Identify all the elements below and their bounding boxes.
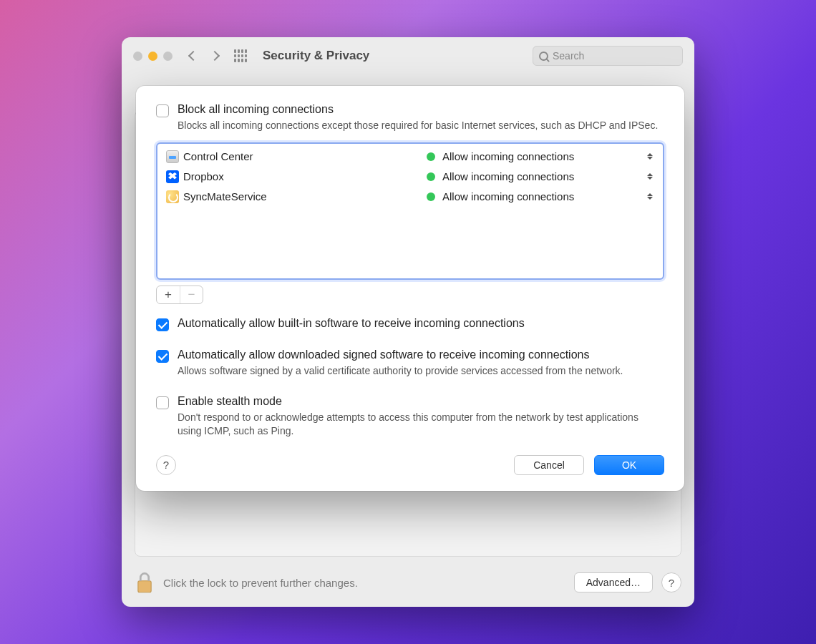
block-all-option: Block all incoming connections Blocks al… bbox=[156, 103, 664, 132]
stealth-desc: Don't respond to or acknowledge attempts… bbox=[178, 411, 664, 438]
nav-arrows bbox=[190, 52, 218, 59]
close-window-button[interactable] bbox=[133, 52, 142, 61]
app-row[interactable]: SyncMateServiceAllow incoming connection… bbox=[157, 187, 663, 207]
block-all-checkbox[interactable] bbox=[156, 104, 169, 117]
minimize-window-button[interactable] bbox=[148, 52, 157, 61]
stealth-checkbox[interactable] bbox=[156, 396, 169, 409]
advanced-button[interactable]: Advanced… bbox=[574, 572, 653, 592]
app-list[interactable]: Control CenterAllow incoming connections… bbox=[156, 142, 664, 280]
block-all-title: Block all incoming connections bbox=[178, 103, 664, 116]
auto-signed-checkbox[interactable] bbox=[156, 350, 169, 363]
auto-builtin-option: Automatically allow built-in software to… bbox=[156, 317, 664, 331]
auto-signed-title: Automatically allow downloaded signed so… bbox=[178, 348, 664, 361]
remove-app-button[interactable]: − bbox=[180, 286, 203, 303]
auto-signed-desc: Allows software signed by a valid certif… bbox=[178, 364, 664, 378]
titlebar: Security & Privacy Search bbox=[122, 37, 694, 74]
auto-builtin-title: Automatically allow built-in software to… bbox=[178, 317, 664, 330]
help-button[interactable]: ? bbox=[661, 572, 681, 592]
app-row[interactable]: DropboxAllow incoming connections bbox=[157, 167, 663, 187]
stealth-option: Enable stealth mode Don't respond to or … bbox=[156, 395, 664, 438]
dialog-footer: ? Cancel OK bbox=[156, 455, 664, 475]
lock-icon[interactable] bbox=[135, 571, 155, 594]
app-status: Allow incoming connections bbox=[442, 170, 647, 182]
zoom-window-button[interactable] bbox=[163, 52, 173, 61]
bottom-row: Click the lock to prevent further change… bbox=[135, 571, 681, 594]
window-title: Security & Privacy bbox=[263, 49, 369, 63]
firewall-options-dialog: Block all incoming connections Blocks al… bbox=[136, 86, 684, 491]
status-popup-button[interactable] bbox=[647, 153, 654, 160]
app-name: SyncMateService bbox=[183, 190, 427, 203]
traffic-lights bbox=[133, 52, 173, 61]
app-icon bbox=[166, 190, 179, 203]
dialog-help-button[interactable]: ? bbox=[156, 455, 176, 475]
ok-button[interactable]: OK bbox=[594, 455, 664, 475]
search-placeholder: Search bbox=[553, 50, 584, 62]
auto-builtin-checkbox[interactable] bbox=[156, 318, 169, 331]
show-all-icon[interactable] bbox=[234, 49, 247, 62]
status-popup-button[interactable] bbox=[647, 193, 654, 200]
status-dot-icon bbox=[427, 192, 435, 201]
auto-signed-option: Automatically allow downloaded signed so… bbox=[156, 348, 664, 378]
add-app-button[interactable]: + bbox=[157, 286, 180, 303]
app-icon bbox=[166, 150, 179, 163]
app-row[interactable]: Control CenterAllow incoming connections bbox=[157, 147, 663, 167]
block-all-desc: Blocks all incoming connections except t… bbox=[178, 119, 664, 132]
forward-button[interactable] bbox=[210, 51, 220, 61]
add-remove-buttons: + − bbox=[156, 286, 203, 304]
stealth-title: Enable stealth mode bbox=[178, 395, 664, 408]
search-input[interactable]: Search bbox=[533, 46, 683, 66]
app-name: Dropbox bbox=[183, 170, 427, 182]
search-icon bbox=[539, 52, 548, 61]
app-status: Allow incoming connections bbox=[442, 190, 647, 203]
cancel-button[interactable]: Cancel bbox=[514, 455, 584, 475]
lock-text: Click the lock to prevent further change… bbox=[163, 577, 358, 589]
status-dot-icon bbox=[427, 172, 435, 181]
svg-rect-0 bbox=[138, 581, 151, 592]
app-icon bbox=[166, 170, 179, 183]
status-popup-button[interactable] bbox=[647, 173, 654, 180]
app-name: Control Center bbox=[183, 150, 427, 162]
back-button[interactable] bbox=[188, 51, 198, 61]
app-status: Allow incoming connections bbox=[442, 150, 647, 162]
status-dot-icon bbox=[427, 152, 435, 161]
